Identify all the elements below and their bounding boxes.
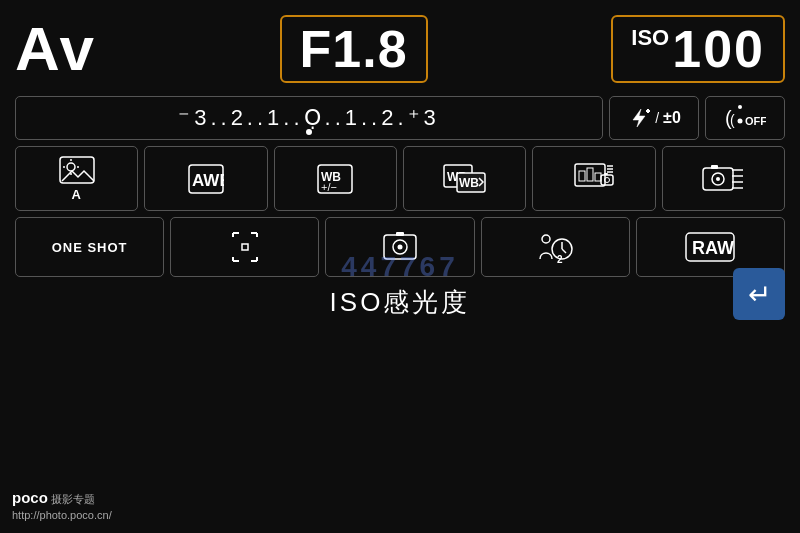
- wifi-box[interactable]: ( ( OFF: [705, 96, 785, 140]
- wb-shift-icon: WB WB: [443, 164, 487, 194]
- svg-point-54: [542, 235, 550, 243]
- function-row-3: ONE SHOT: [15, 217, 785, 277]
- exposure-scale-box[interactable]: ⁻3..2..1..Ọ..1..2.⁺3: [15, 96, 603, 140]
- poco-brand: poco: [12, 489, 48, 506]
- svg-rect-36: [711, 165, 718, 169]
- exposure-row: ⁻3..2..1..Ọ..1..2.⁺3 / ±0 ( ( OFF: [15, 96, 785, 140]
- flash-icon: [627, 107, 651, 129]
- exposure-indicator-dot: [306, 129, 312, 135]
- svg-text:(: (: [730, 112, 735, 128]
- iso-description-label: ISO感光度: [330, 285, 471, 320]
- self-timer-content: 2: [536, 231, 574, 263]
- awb-icon: AWB: [188, 164, 224, 194]
- wb-shift-cell[interactable]: WB WB: [403, 146, 526, 211]
- svg-rect-27: [601, 175, 613, 185]
- poco-tagline: 摄影专题: [51, 493, 95, 505]
- svg-rect-29: [604, 173, 608, 175]
- awb-cell[interactable]: AWB: [144, 146, 267, 211]
- back-button[interactable]: ↵: [733, 268, 785, 320]
- bottom-row: ISO感光度 ↵: [15, 285, 785, 320]
- mode-label: Av: [15, 18, 96, 80]
- camera-style-content: [702, 163, 744, 195]
- flash-sign: /: [655, 110, 659, 126]
- display-cell[interactable]: [532, 146, 655, 211]
- top-row: Av F1.8 ISO 100: [15, 10, 785, 88]
- scene-mode-cell[interactable]: A: [15, 146, 138, 211]
- svg-point-6: [738, 105, 742, 109]
- iso-box[interactable]: ISO 100: [611, 15, 785, 83]
- scene-mode-icon: [58, 155, 96, 185]
- svg-point-35: [716, 177, 720, 181]
- raw-content: RAW: [685, 232, 735, 262]
- svg-point-52: [398, 245, 403, 250]
- camera-style-icon: [702, 163, 744, 195]
- svg-text:OFF: OFF: [745, 115, 766, 127]
- wb-shift-content: WB WB: [443, 164, 487, 194]
- self-timer-icon: 2: [536, 231, 574, 263]
- live-view-cell[interactable]: [325, 217, 474, 277]
- svg-text:AWB: AWB: [192, 171, 224, 190]
- svg-rect-53: [396, 232, 404, 236]
- svg-text:2: 2: [557, 254, 563, 263]
- poco-logo: poco 摄影专题 http://photo.poco.cn/: [12, 487, 112, 523]
- svg-point-5: [738, 119, 743, 124]
- one-shot-cell[interactable]: ONE SHOT: [15, 217, 164, 277]
- display-content: [574, 163, 614, 195]
- af-point-icon: [227, 231, 263, 263]
- one-shot-label: ONE SHOT: [52, 240, 128, 255]
- svg-line-57: [562, 249, 566, 253]
- iso-value: 100: [672, 23, 765, 75]
- wb-adjust-cell[interactable]: WB +/−: [274, 146, 397, 211]
- exposure-scale-text: ⁻3..2..1..Ọ..1..2.⁺3: [178, 105, 440, 131]
- svg-text:WB: WB: [459, 176, 479, 190]
- svg-rect-8: [60, 157, 94, 183]
- af-point-cell[interactable]: [170, 217, 319, 277]
- svg-marker-0: [633, 109, 645, 127]
- display-icon: [574, 163, 614, 195]
- svg-point-9: [67, 163, 75, 171]
- poco-url: http://photo.poco.cn/: [12, 509, 112, 521]
- function-row-2: A AWB WB +/−: [15, 146, 785, 211]
- svg-text:RAW: RAW: [692, 238, 734, 258]
- iso-prefix: ISO: [631, 27, 669, 49]
- raw-icon: RAW: [685, 232, 735, 262]
- live-view-icon: [382, 231, 418, 263]
- svg-rect-25: [587, 168, 593, 181]
- flash-compensation-box[interactable]: / ±0: [609, 96, 699, 140]
- svg-rect-49: [242, 244, 248, 250]
- wb-adjust-icon: WB +/−: [317, 164, 353, 194]
- scene-mode-content: A: [58, 155, 96, 202]
- wifi-icon: ( ( OFF: [724, 103, 766, 133]
- svg-rect-26: [595, 173, 601, 181]
- self-timer-cell[interactable]: 2: [481, 217, 630, 277]
- wb-adjust-content: WB +/−: [317, 164, 353, 194]
- aperture-box[interactable]: F1.8: [280, 15, 428, 83]
- awb-content: AWB: [188, 164, 224, 194]
- flash-value: ±0: [663, 109, 681, 127]
- scene-mode-label: A: [71, 187, 81, 202]
- camera-screen: 447767 Av F1.8 ISO 100 ⁻3..2..1..Ọ..1..2…: [0, 0, 800, 533]
- camera-style-cell[interactable]: [662, 146, 785, 211]
- svg-rect-24: [579, 171, 585, 181]
- svg-text:+/−: +/−: [321, 181, 337, 193]
